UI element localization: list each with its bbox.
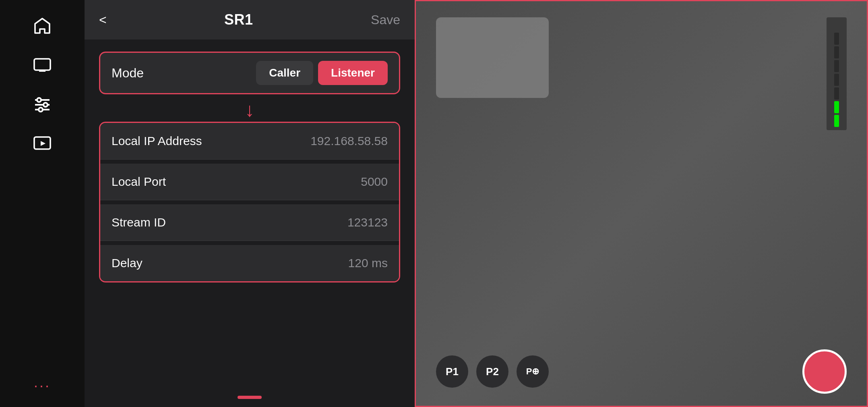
camera-controls: P1 P2 P⊕ [416,349,867,394]
preset-p1-button[interactable]: P1 [436,355,468,388]
level-bar-green-2 [834,115,839,127]
local-ip-value: 192.168.58.58 [310,134,388,148]
sidebar-item-monitor[interactable] [33,56,52,75]
delay-row[interactable]: Delay 120 ms [100,245,399,281]
caller-mode-button[interactable]: Caller [256,61,313,85]
preset-add-button[interactable]: P⊕ [517,355,549,388]
local-port-label: Local Port [112,175,166,189]
camera-view: P1 P2 P⊕ [416,1,867,406]
back-button[interactable]: < [99,12,107,27]
level-meter [827,17,847,130]
level-bar-dark-2 [834,46,839,58]
listener-mode-button[interactable]: Listener [318,61,388,85]
level-bar-dark-5 [834,87,839,100]
down-arrow-icon: ↓ [245,100,254,120]
settings-panel: < SR1 Save Mode Caller Listener ↓ Local … [85,0,415,407]
local-ip-row[interactable]: Local IP Address 192.168.58.58 [100,123,399,160]
level-bar-dark-1 [834,33,839,45]
mode-buttons: Caller Listener [256,61,388,85]
svg-point-7 [39,108,43,112]
save-button[interactable]: Save [371,12,400,27]
level-bar-green-1 [834,101,839,113]
camera-panel: P1 P2 P⊕ [415,0,868,407]
panel-header: < SR1 Save [85,0,415,39]
mode-section: Mode Caller Listener [99,52,400,94]
arrow-indicator: ↓ [85,100,415,120]
fields-container: Local IP Address 192.168.58.58 Local Por… [99,122,400,282]
mode-label: Mode [112,66,144,81]
panel-title: SR1 [224,11,253,28]
stream-id-label: Stream ID [112,216,166,229]
local-ip-label: Local IP Address [112,134,202,148]
sidebar-item-sliders[interactable] [33,95,52,114]
delay-label: Delay [112,256,143,270]
level-bar-dark-4 [834,74,839,86]
level-bar-dark-3 [834,60,839,72]
svg-point-6 [43,103,48,107]
more-options-button[interactable]: ... [34,374,51,391]
svg-rect-0 [34,59,50,70]
svg-point-5 [37,98,41,102]
record-button[interactable] [802,349,847,394]
stream-id-value: 123123 [347,216,388,229]
scroll-indicator [238,396,262,399]
preset-buttons: P1 P2 P⊕ [436,355,549,388]
local-port-row[interactable]: Local Port 5000 [100,164,399,200]
stream-id-row[interactable]: Stream ID 123123 [100,204,399,241]
sidebar-item-playback[interactable] [33,135,52,154]
bottom-bar [85,389,415,407]
preview-thumbnail [436,17,549,98]
svg-rect-1 [39,70,45,72]
sidebar-item-home[interactable] [33,16,52,35]
svg-marker-9 [41,141,45,146]
local-port-value: 5000 [361,175,388,189]
delay-value: 120 ms [348,256,388,270]
preset-p2-button[interactable]: P2 [476,355,508,388]
sidebar: ... [0,0,85,407]
